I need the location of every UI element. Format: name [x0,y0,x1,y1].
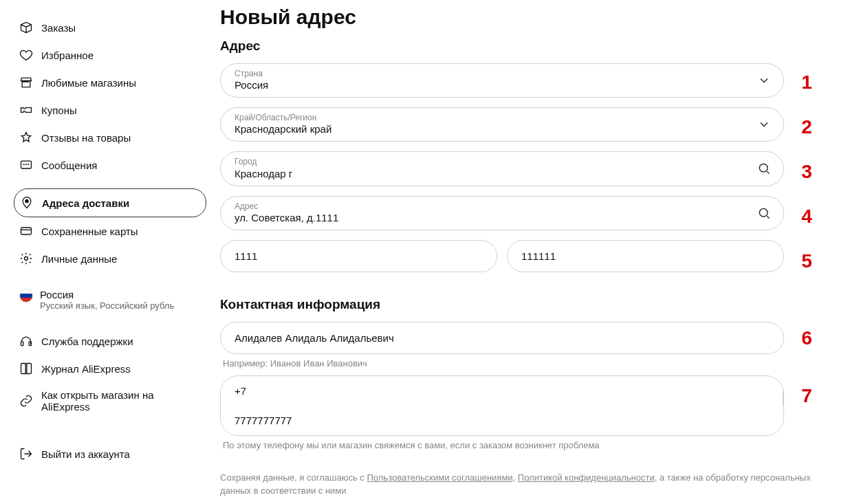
phone-country-code[interactable]: +7 [221,376,783,406]
ticket-icon [19,103,33,117]
sidebar-item-label: Сообщения [41,160,97,171]
sidebar-item-label: Отзывы на товары [41,132,131,144]
apartment-field[interactable] [220,240,497,272]
annotation-5: 5 [795,250,818,272]
svg-rect-5 [21,228,32,234]
svg-rect-8 [29,342,31,346]
annotation-4: 4 [795,206,818,228]
annotation-3: 3 [795,161,818,183]
pin-icon [20,196,34,210]
headphones-icon [19,334,33,348]
box-icon [19,21,33,34]
city-label: Город [235,157,770,166]
svg-point-4 [25,199,28,202]
address-field[interactable]: Адрес [220,196,784,230]
sidebar-item-orders[interactable]: Заказы [14,14,206,41]
star-icon [19,131,33,144]
phone-hint: По этому телефону мы или магазин свяжемс… [223,440,784,450]
svg-point-2 [26,164,27,165]
page-title: Новый адрес [220,6,818,29]
country-label: Страна [235,69,770,78]
fullname-input[interactable] [235,328,749,348]
sidebar-item-label: Заказы [41,22,76,34]
heart-icon [19,48,33,62]
link-icon [19,394,33,408]
sidebar-item-cards[interactable]: Сохраненные карты [14,217,206,245]
book-icon [19,362,33,375]
annotation-7: 7 [795,385,818,407]
search-icon[interactable] [757,162,771,175]
address-label: Адрес [235,202,770,211]
locale-detail: Русский язык, Российский рубль [40,300,174,311]
section-contact-title: Контактная информация [220,297,818,312]
privacy-link[interactable]: Политикой конфиденциальности [518,472,655,483]
postal-input[interactable] [521,246,749,266]
disclaimer: Сохраняя данные, я соглашаюсь с Пользова… [220,471,818,498]
sidebar-item-magazine[interactable]: Журнал AliExpress [14,355,206,382]
sidebar-item-label: Адреса доставки [42,197,129,209]
chevron-down-icon [757,118,771,131]
svg-point-10 [759,208,768,217]
main-content: Новый адрес Адрес Страна Россия 1 Край/О… [220,0,818,498]
city-input[interactable] [235,167,749,180]
postal-field[interactable] [507,240,784,272]
city-field[interactable]: Город [220,151,784,186]
sidebar-item-reviews[interactable]: Отзывы на товары [14,124,206,151]
annotation-2: 2 [795,116,818,138]
flag-ru-icon [19,289,33,303]
store-icon [19,76,33,89]
country-value: Россия [235,78,749,91]
locale-selector[interactable]: Россия Русский язык, Российский рубль [14,282,206,318]
fullname-hint: Например: Иванов Иван Иванович [223,358,784,369]
card-icon [19,224,33,238]
terms-link[interactable]: Пользовательскими соглашениями [367,472,512,483]
phone-input[interactable] [221,406,783,435]
sidebar-item-label: Любимые магазины [41,77,136,89]
sidebar-item-open-store[interactable]: Как открыть магазин на AliExpress [14,382,206,419]
chevron-down-icon [757,74,771,87]
svg-point-3 [28,164,29,165]
sidebar: Заказы Избранное Любимые магазины Купоны… [14,0,220,498]
chat-icon [19,158,33,172]
sidebar-item-shops[interactable]: Любимые магазины [14,69,206,96]
annotation-6: 6 [795,327,818,349]
region-field[interactable]: Край/Область/Регион Краснодарский край [220,107,784,142]
svg-point-9 [759,164,768,173]
sidebar-item-label: Выйти из аккаунта [41,448,130,460]
sidebar-item-messages[interactable]: Сообщения [14,151,206,179]
address-input[interactable] [235,211,749,224]
sidebar-item-label: Купоны [41,105,77,116]
apartment-input[interactable] [235,246,462,266]
svg-point-6 [25,257,28,261]
annotation-1: 1 [795,72,818,94]
region-value: Краснодарский край [235,122,749,135]
sidebar-item-favorites[interactable]: Избранное [14,41,206,69]
svg-rect-7 [21,342,23,346]
search-icon[interactable] [757,206,771,220]
sidebar-item-coupons[interactable]: Купоны [14,96,206,124]
phone-field[interactable]: +7 [220,375,784,436]
svg-point-1 [23,164,24,165]
country-field[interactable]: Страна Россия [220,63,784,98]
sidebar-item-logout[interactable]: Выйти из аккаунта [14,440,206,468]
region-label: Край/Область/Регион [235,113,770,122]
sidebar-item-label: Служба поддержки [41,336,133,347]
sidebar-item-support[interactable]: Служба поддержки [14,327,206,355]
logout-icon [19,447,33,461]
sidebar-item-label: Журнал AliExpress [41,363,131,375]
sidebar-item-profile[interactable]: Личные данные [14,245,206,272]
sidebar-item-addresses[interactable]: Адреса доставки [14,188,206,217]
locale-country: Россия [40,289,174,300]
gear-icon [19,252,33,265]
sidebar-item-label: Избранное [41,50,94,61]
fullname-field[interactable] [220,322,784,354]
sidebar-item-label: Как открыть магазин на AliExpress [41,389,201,413]
section-address-title: Адрес [220,39,818,54]
sidebar-item-label: Личные данные [41,253,117,265]
sidebar-item-label: Сохраненные карты [41,226,138,237]
